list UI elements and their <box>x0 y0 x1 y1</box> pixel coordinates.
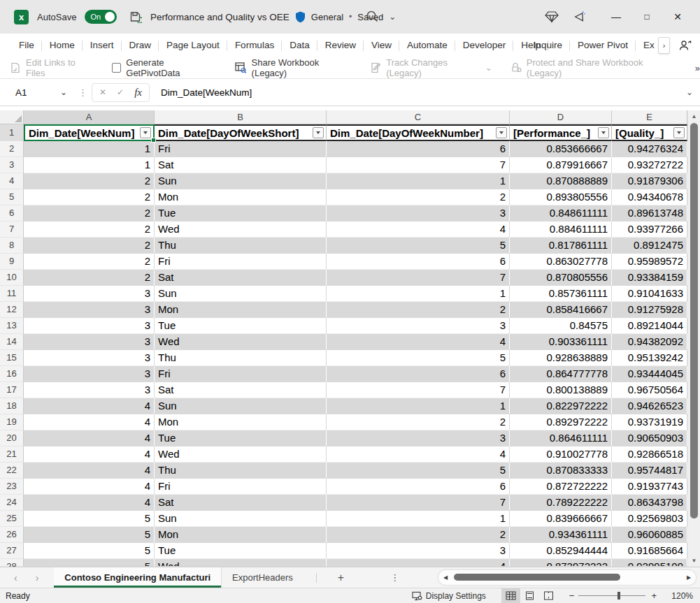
name-box[interactable]: A1 ⌄ <box>7 87 74 98</box>
grid-cell[interactable]: 2 <box>24 189 155 205</box>
horizontal-scrollbar[interactable]: ◀ ▶ <box>438 570 696 585</box>
grid-cell[interactable]: 0.857361111 <box>510 286 612 302</box>
grid-cell[interactable]: 0.822972222 <box>510 398 612 414</box>
grid-cell[interactable]: 0.94626523 <box>612 398 687 414</box>
share-workbook-button[interactable]: Share Workbook (Legacy) <box>235 57 352 78</box>
row-header[interactable]: 4 <box>0 173 24 189</box>
row-header[interactable]: 18 <box>0 398 24 414</box>
row-header[interactable]: 8 <box>0 238 24 254</box>
chevron-down-icon[interactable]: ⌄ <box>389 13 396 20</box>
grid-cell[interactable]: 3 <box>24 366 155 382</box>
grid-cell[interactable]: 6 <box>327 254 510 270</box>
grid-cell[interactable]: Tue <box>155 543 327 559</box>
scroll-up-icon[interactable]: ▲ <box>688 113 700 119</box>
row-header[interactable]: 24 <box>0 495 24 511</box>
row-header[interactable]: 25 <box>0 511 24 527</box>
grid-cell[interactable]: Sat <box>155 157 327 173</box>
grid-cell[interactable]: 0.853666667 <box>510 141 612 157</box>
grid-cell[interactable]: 0.884611111 <box>510 221 612 238</box>
row-header[interactable]: 23 <box>0 479 24 495</box>
grid-cell[interactable]: 0.90650903 <box>612 430 687 446</box>
ribbon-tab[interactable]: Review <box>317 38 364 53</box>
cell-a1-selected[interactable]: Dim_Date[WeekNum] <box>24 124 155 141</box>
search-icon[interactable] <box>366 10 379 23</box>
grid-cell[interactable]: 0.858416667 <box>510 302 612 318</box>
grid-cell[interactable]: 0.96060885 <box>612 527 687 543</box>
grid-cell[interactable]: 3 <box>327 205 510 221</box>
row-header[interactable]: 12 <box>0 302 24 318</box>
grid-cell[interactable]: 7 <box>327 270 510 286</box>
grid-cell[interactable]: 4 <box>24 463 155 479</box>
cell-b1[interactable]: Dim_Date[DayOfWeekShort] <box>155 124 327 141</box>
display-settings-button[interactable]: Display Settings <box>412 591 486 601</box>
ribbon-tab[interactable]: Insert <box>83 38 122 53</box>
minimize-button[interactable]: — <box>601 0 631 34</box>
row-header[interactable]: 19 <box>0 414 24 430</box>
sheet-tab-exportheaders[interactable]: ExportHeaders <box>222 567 303 588</box>
row-header[interactable]: 11 <box>0 286 24 302</box>
excel-logo-icon[interactable]: x <box>14 10 29 24</box>
grid-cell[interactable]: Mon <box>155 302 327 318</box>
row-header[interactable]: 2 <box>0 141 24 157</box>
grid-cell[interactable]: 1 <box>327 173 510 189</box>
row-header[interactable]: 9 <box>0 254 24 270</box>
ribbon-tab[interactable]: Page Layout <box>159 38 227 53</box>
grid-cell[interactable]: 4 <box>327 221 510 238</box>
grid-cell[interactable]: 3 <box>24 302 155 318</box>
sensitivity-label[interactable]: General <box>311 12 343 22</box>
grid-cell[interactable]: 0.89214044 <box>612 318 687 334</box>
grid-cell[interactable]: Thu <box>155 238 327 254</box>
grid-cell[interactable]: 1 <box>327 286 510 302</box>
grid-cell[interactable]: 4 <box>24 446 155 463</box>
vertical-scrollbar-thumb[interactable] <box>690 123 698 518</box>
grid-cell[interactable]: 1 <box>327 398 510 414</box>
ribbon-tab[interactable]: File <box>11 38 42 53</box>
grid-cell[interactable]: 2 <box>327 189 510 205</box>
sensitivity-shield-icon[interactable] <box>295 11 306 23</box>
grid-cell[interactable]: Tue <box>155 318 327 334</box>
grid-cell[interactable]: 5 <box>24 543 155 559</box>
grid-cell[interactable]: 2 <box>24 254 155 270</box>
grid-cell[interactable]: 3 <box>24 334 155 350</box>
grid-cell[interactable]: 0.839666667 <box>510 511 612 527</box>
grid-cell[interactable]: 0.91275928 <box>612 302 687 318</box>
row-header[interactable]: 5 <box>0 189 24 205</box>
grid-cell[interactable]: 0.852944444 <box>510 543 612 559</box>
grid-cell[interactable]: Fri <box>155 254 327 270</box>
row-header[interactable]: 7 <box>0 221 24 238</box>
ribbon-tab-inquire[interactable]: Inquire <box>526 38 570 53</box>
grid-cell[interactable]: 0.800138889 <box>510 382 612 398</box>
grid-cell[interactable]: Mon <box>155 414 327 430</box>
column-header-d[interactable]: D <box>510 110 612 124</box>
grid-cell[interactable]: Sun <box>155 398 327 414</box>
grid-cell[interactable]: 0.92569803 <box>612 511 687 527</box>
grid-cell[interactable]: 0.93444045 <box>612 366 687 382</box>
grid-cell[interactable]: Sat <box>155 270 327 286</box>
vertical-scrollbar[interactable]: ▲ ▼ <box>687 110 700 567</box>
grid-cell[interactable]: Wed <box>155 559 327 567</box>
column-header-b[interactable]: B <box>155 110 327 124</box>
grid-cell[interactable]: Wed <box>155 334 327 350</box>
grid-cell[interactable]: Mon <box>155 189 327 205</box>
grid-cell[interactable]: 5 <box>327 350 510 366</box>
grid-cell[interactable]: 7 <box>327 495 510 511</box>
row-header[interactable]: 22 <box>0 463 24 479</box>
grid-cell[interactable]: 0.870833333 <box>510 463 612 479</box>
grid-cell[interactable]: 0.910027778 <box>510 446 612 463</box>
grid-cell[interactable]: 0.8912475 <box>612 238 687 254</box>
grid-cell[interactable]: 0.93272722 <box>612 157 687 173</box>
zoom-in-icon[interactable]: + <box>651 590 657 601</box>
cell-d1[interactable]: [Performance_] <box>510 124 612 141</box>
grid-cell[interactable]: 5 <box>327 463 510 479</box>
grid-cell[interactable]: 1 <box>24 141 155 157</box>
filter-icon[interactable] <box>140 127 151 138</box>
grid-cell[interactable]: 2 <box>24 238 155 254</box>
row-header-1[interactable]: 1 <box>0 124 24 141</box>
grid-cell[interactable]: 0.93977266 <box>612 221 687 238</box>
grid-cell[interactable]: 3 <box>327 543 510 559</box>
grid-cell[interactable]: 0.903361111 <box>510 334 612 350</box>
row-header[interactable]: 14 <box>0 334 24 350</box>
grid-cell[interactable]: 2 <box>327 414 510 430</box>
maximize-button[interactable]: □ <box>631 0 662 34</box>
sheet-tab-active[interactable]: Contoso Engineering Manufacturi <box>54 567 222 588</box>
